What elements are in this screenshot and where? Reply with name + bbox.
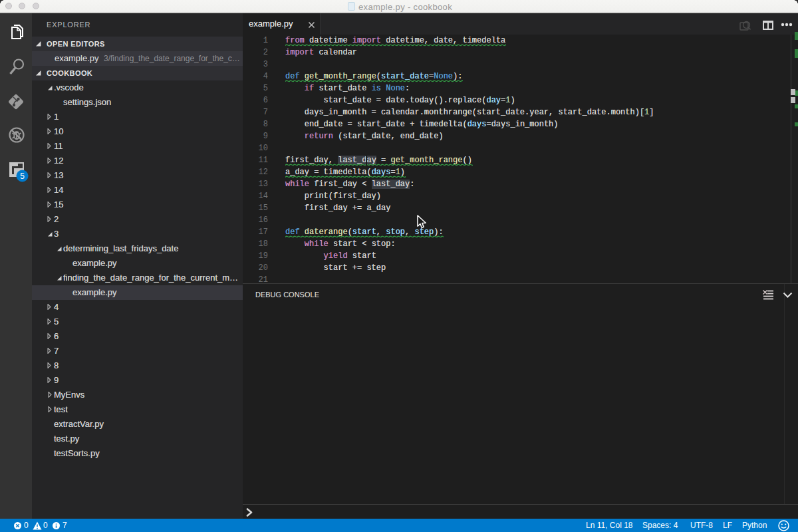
- svg-text:5: 5: [20, 172, 25, 181]
